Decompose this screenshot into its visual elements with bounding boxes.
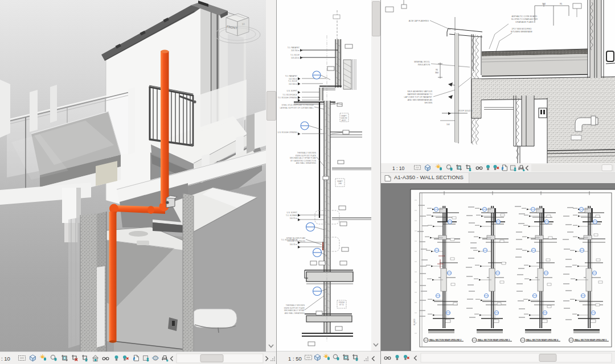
svg-text:100.35 m: 100.35 m	[290, 243, 298, 246]
svg-text:T.O. SCREEN: T.O. SCREEN	[286, 214, 298, 217]
svg-text:LAP OVER TOP OF PARAPET: LAP OVER TOP OF PARAPET	[404, 96, 432, 98]
svg-text:T.O. ROOF: T.O. ROOF	[288, 80, 297, 82]
svg-text:U.S. ROUGH OPENING: U.S. ROUGH OPENING	[277, 131, 297, 134]
svg-text:ASPHALTIC CORE BOARD: ASPHALTIC CORE BOARD	[512, 15, 538, 18]
svg-text:THERMALLY BROKEN: THERMALLY BROKEN	[297, 152, 317, 154]
svg-text:SPRAY BLOWN FOAM: SPRAY BLOWN FOAM	[286, 237, 306, 239]
svg-text:A1-A350: A1-A350	[413, 318, 416, 325]
svg-text:BITUMEN MEMBRANE: BITUMEN MEMBRANE	[511, 31, 533, 33]
svg-text:AND SBS MEMBRANE AS: AND SBS MEMBRANE AS	[408, 99, 433, 101]
svg-text:WALL SECTION NEAR GRIDLINE 5: WALL SECTION NEAR GRIDLINE 5	[575, 339, 606, 341]
svg-text:U.S. SOFFIT: U.S. SOFFIT	[287, 212, 297, 214]
svg-text:ASSY: ASSY	[342, 119, 346, 122]
svg-text:2HR: 2HR	[338, 183, 342, 185]
svg-text:KNIFE SUPPORT PLATE: KNIFE SUPPORT PLATE	[296, 155, 316, 157]
svg-text:MECHANICALLY SPRAY FOAM: MECHANICALLY SPRAY FOAM	[290, 157, 316, 159]
svg-text:360: 360	[435, 72, 438, 74]
svg-text:: 10: : 10	[1, 355, 10, 362]
svg-text:INSULATION: INSULATION	[418, 64, 430, 66]
svg-text:SHOWN: SHOWN	[424, 102, 432, 104]
svg-text:100.95 m: 100.95 m	[290, 217, 298, 220]
svg-text:T.O. PARAPET: T.O. PARAPET	[288, 47, 300, 49]
svg-text:DRAINAGE PLANS: DRAINAGE PLANS	[515, 21, 534, 23]
svg-text:102.300 m: 102.300 m	[289, 83, 297, 85]
svg-text:ACM CAP FLASHING: ACM CAP FLASHING	[409, 20, 429, 22]
svg-text:AND WALL SHEATHING: AND WALL SHEATHING	[285, 312, 305, 315]
svg-text:ROOF 103.42 m: ROOF 103.42 m	[458, 110, 473, 112]
svg-text:103.420 m: 103.420 m	[291, 57, 300, 59]
svg-text:LATERAL SUPPORT OF CURTAIN WAL: LATERAL SUPPORT OF CURTAIN WALL	[280, 107, 314, 109]
svg-text:MECHANICALLY SPRAY: MECHANICALLY SPRAY	[284, 309, 305, 312]
svg-text:STEEL STUD SUPPLIER TO PROVIDE: STEEL STUD SUPPLIER TO PROVIDE	[281, 104, 314, 106]
svg-text:AND WALL SHEATHING: AND WALL SHEATHING	[296, 162, 317, 164]
svg-text:BY GASKETED CONNECTION: BY GASKETED CONNECTION	[290, 160, 316, 162]
svg-text:SLOPES TO DRAIN AS PER: SLOPES TO DRAIN AS PER	[511, 18, 538, 20]
svg-text:T.O. ROOF/DECK: T.O. ROOF/DECK	[282, 94, 298, 96]
svg-text:BY ID: BY ID	[339, 304, 345, 306]
svg-text:T.O. ROOF: T.O. ROOF	[290, 54, 300, 56]
svg-text:WALL SECTION NEAR GRIDLINE 2: WALL SECTION NEAR GRIDLINE 2	[429, 339, 461, 341]
svg-text:THERMALLY BROKEN: THERMALLY BROKEN	[286, 304, 305, 307]
svg-text:BARRIER MEMBRANE TO: BARRIER MEMBRANE TO	[407, 93, 432, 96]
svg-text:MINERAL WOOL: MINERAL WOOL	[414, 61, 430, 63]
svg-text:SELF-ADHERED VAPOUR: SELF-ADHERED VAPOUR	[407, 90, 432, 93]
svg-text:1 : 10: 1 : 10	[392, 166, 405, 171]
svg-text:95: 95	[436, 69, 438, 71]
svg-text:95: 95	[560, 3, 562, 5]
svg-text:T.O. ROUGH OPENING: T.O. ROUGH OPENING	[278, 97, 298, 99]
svg-text:U.S. SOFFIT: U.S. SOFFIT	[287, 90, 297, 92]
svg-text:KNIFE SUPPORT PLATE: KNIFE SUPPORT PLATE	[284, 307, 305, 309]
svg-text:WALL SECTION NEAR GRIDLINE 3: WALL SECTION NEAR GRIDLINE 3	[478, 339, 510, 341]
svg-text:1 : 50: 1 : 50	[288, 355, 302, 362]
svg-text:INSULATION (R6)(16): INSULATION (R6)(16)	[287, 240, 305, 242]
svg-text:WALL SECTION NEAR GRIDLINE 4: WALL SECTION NEAR GRIDLINE 4	[526, 339, 558, 341]
svg-text:T.O. PARAPET: T.O. PARAPET	[285, 75, 297, 77]
svg-text:104: 104	[446, 123, 450, 126]
svg-text:103.700 m: 103.700 m	[291, 49, 300, 52]
svg-text:2PLY SBS MODIFIED: 2PLY SBS MODIFIED	[511, 28, 532, 30]
